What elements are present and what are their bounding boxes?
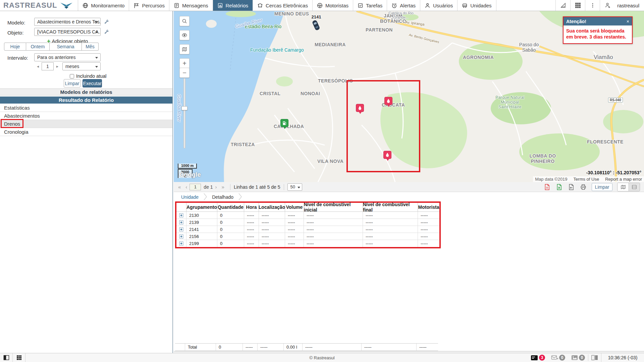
cell-hora: -----: [244, 219, 259, 226]
tab-relatorios[interactable]: Relatórios: [213, 0, 253, 11]
cell-volume: -----: [285, 212, 304, 219]
more-menu-button[interactable]: [585, 0, 600, 11]
map-label: FLORESCENTE: [587, 139, 624, 144]
column-header[interactable]: Agrupamento: [186, 203, 217, 212]
column-header[interactable]: Quantidade: [217, 203, 244, 212]
expand-plus-icon: [179, 234, 183, 239]
breadcrumb-unidade[interactable]: Unidade: [181, 194, 199, 200]
row-expand-button[interactable]: [176, 233, 186, 240]
stepper-decrement[interactable]: ◂: [37, 64, 39, 69]
map-search-button[interactable]: [179, 16, 190, 26]
tab-alertas[interactable]: Alertas: [387, 0, 420, 11]
intervalo-select[interactable]: Para os anteriores: [34, 53, 101, 61]
intervalo-label: Intervalo:: [7, 55, 28, 61]
row-expand-button[interactable]: [176, 219, 186, 226]
copyright: © Rastreasul: [0, 355, 644, 360]
row-expand-button[interactable]: [176, 212, 186, 219]
range-hoje-button[interactable]: Hoje: [4, 43, 26, 51]
tab-tarefas[interactable]: Tarefas: [353, 0, 387, 11]
report-item-abastecimentos[interactable]: Abastecimentos: [0, 112, 172, 120]
column-header[interactable]: Motorista: [418, 203, 439, 212]
objeto-settings-button[interactable]: [103, 28, 110, 35]
tab-cercas-eletronicas[interactable]: Cercas Eletrônicas: [253, 0, 313, 11]
stepper-increment[interactable]: ▸: [56, 64, 58, 69]
range-ontem-button[interactable]: Ontem: [26, 43, 50, 51]
close-icon[interactable]: ×: [627, 19, 629, 24]
map-layers-button[interactable]: [179, 44, 190, 54]
map-visibility-button[interactable]: [179, 30, 190, 40]
page-number-input[interactable]: [190, 184, 201, 190]
result-section-header[interactable]: Resultado do Relatório: [0, 97, 172, 104]
measure-button[interactable]: [555, 0, 570, 11]
globe-icon: [83, 3, 88, 8]
column-header[interactable]: Volume: [285, 203, 304, 212]
objeto-select[interactable]: [VIACAO TERESOPOLIS CA...: [34, 28, 101, 36]
column-header[interactable]: Hora: [244, 203, 259, 212]
status-bar: © Rastreasul 3 0 0: [0, 353, 644, 362]
tab-label: Monitoramento: [91, 3, 124, 8]
report-result-panel: « ‹ de 1 › » Linhas de 1 até 5 de 5 50: [174, 182, 644, 353]
report-error-link[interactable]: Report a map error: [605, 177, 642, 182]
column-header[interactable]: Localização: [259, 203, 285, 212]
apps-grid-button[interactable]: [570, 0, 585, 11]
tab-monitoramento[interactable]: Monitoramento: [78, 0, 129, 11]
tab-label: Alertas: [400, 3, 416, 8]
models-section-header[interactable]: Modelos de relatórios: [0, 88, 172, 96]
export-pdf-button[interactable]: [543, 183, 551, 191]
total-quantidade: 0: [216, 344, 243, 351]
breadcrumb-detalhado[interactable]: Detalhado: [212, 194, 233, 200]
export-excel-button[interactable]: [555, 183, 563, 191]
zoom-slider-track[interactable]: [183, 78, 185, 148]
prev-page-button[interactable]: ‹: [183, 184, 190, 190]
topbar-right-tools: rastreasul: [555, 0, 644, 11]
fuel-marker-green[interactable]: [280, 119, 288, 127]
cell-nivel-inicial: -----: [304, 226, 363, 233]
zoom-slider-thumb[interactable]: [181, 106, 187, 110]
user-session-icon: [604, 2, 610, 8]
column-header[interactable]: Nível de combustível inicial: [304, 203, 363, 212]
range-mes-button[interactable]: Mês: [82, 43, 99, 51]
first-page-button[interactable]: «: [176, 184, 183, 190]
export-file-button[interactable]: [568, 183, 575, 191]
period-unit-select[interactable]: meses: [62, 62, 101, 70]
map-label: MEDIANEIRA: [315, 42, 346, 47]
column-header[interactable]: Nível de combustível final: [363, 203, 418, 212]
page-size-select[interactable]: 50: [287, 183, 302, 191]
cell-motorista: -----: [418, 226, 439, 233]
modelo-settings-button[interactable]: [103, 18, 110, 25]
period-value-input[interactable]: [42, 62, 54, 70]
last-page-button[interactable]: »: [219, 184, 227, 190]
username[interactable]: rastreasul: [614, 0, 644, 11]
include-current-checkbox[interactable]: [70, 74, 74, 78]
tab-percursos[interactable]: Percursos: [129, 0, 169, 11]
map-view-toggle[interactable]: [618, 183, 629, 191]
report-item-estatisticas[interactable]: Estatísticas: [0, 104, 172, 112]
execute-button[interactable]: Executar: [83, 79, 102, 87]
zoom-in-button[interactable]: +: [179, 58, 190, 68]
pdf-icon: [544, 184, 550, 190]
tab-usuarios[interactable]: Usuários: [420, 0, 458, 11]
account-button[interactable]: [600, 0, 614, 11]
report-item-drenos[interactable]: Drenos: [0, 120, 172, 128]
result-breadcrumb: Unidade Detalhado: [174, 192, 644, 202]
tab-motoristas[interactable]: Motoristas: [313, 0, 353, 11]
zoom-out-button[interactable]: −: [179, 68, 190, 78]
range-semana-button[interactable]: Semana: [50, 43, 82, 51]
clear-form-button[interactable]: Limpar: [64, 79, 80, 87]
next-page-button[interactable]: ›: [213, 184, 219, 190]
tab-mensagens[interactable]: Mensagens: [169, 0, 213, 11]
terms-link[interactable]: Terms of Use: [574, 177, 599, 182]
cell-quantidade: 0: [217, 219, 244, 226]
map-canvas[interactable]: MENINO DEUS JARDIM BOTÂNICO PARTENON MED…: [174, 11, 644, 182]
row-expand-button[interactable]: [176, 226, 186, 233]
result-table: Agrupamento Quantidade Hora Localização …: [176, 203, 439, 247]
split-view-toggle[interactable]: [629, 183, 640, 191]
print-button[interactable]: [580, 183, 587, 191]
map-attribution: Map data ©2019 Terms of Use Report a map…: [533, 176, 644, 182]
tab-unidades[interactable]: Unidades: [458, 0, 496, 11]
clear-results-button[interactable]: Limpar: [592, 183, 612, 191]
fence-icon: [257, 3, 263, 8]
report-item-cronologia[interactable]: Cronologia: [0, 128, 172, 136]
row-expand-button[interactable]: [176, 240, 186, 247]
modelo-select[interactable]: Abastecimentos e Drenos Tes...: [34, 18, 101, 26]
